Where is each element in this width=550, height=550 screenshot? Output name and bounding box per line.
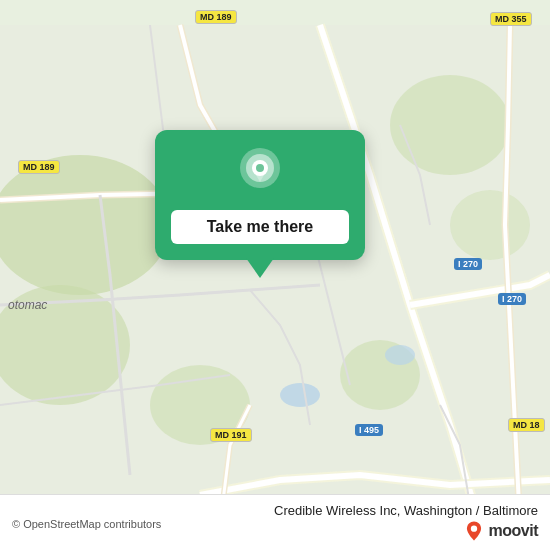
road-label-md355: MD 355 [490, 12, 532, 26]
location-name: Credible Wireless Inc, Washington / Balt… [274, 503, 538, 518]
bottom-bar: © OpenStreetMap contributors Credible Wi… [0, 494, 550, 550]
brand-area: Credible Wireless Inc, Washington / Balt… [274, 503, 538, 542]
svg-point-5 [390, 75, 510, 175]
svg-point-13 [470, 526, 476, 532]
svg-point-6 [450, 190, 530, 260]
road-label-md191: MD 191 [210, 428, 252, 442]
road-label-md18: MD 18 [508, 418, 545, 432]
svg-point-7 [280, 383, 320, 407]
road-label-i495: I 495 [355, 424, 383, 436]
moovit-icon [463, 520, 485, 542]
area-label-potomac: otomac [8, 298, 47, 312]
map-background [0, 0, 550, 550]
moovit-logo[interactable]: moovit [463, 520, 538, 542]
road-label-i270-right2: I 270 [498, 293, 526, 305]
road-label-i270-right: I 270 [454, 258, 482, 270]
svg-point-8 [385, 345, 415, 365]
copyright-symbol: © OpenStreetMap contributors [12, 518, 161, 530]
location-pin-icon [234, 148, 286, 200]
moovit-brand-text: moovit [489, 522, 538, 540]
attribution-text: © OpenStreetMap contributors [12, 514, 161, 532]
map-container: MD 189 MD 355 MD 189 270 I 270 I 270 MD … [0, 0, 550, 550]
take-me-there-button[interactable]: Take me there [171, 210, 349, 244]
road-label-md189-top: MD 189 [195, 10, 237, 24]
road-label-md189-left: MD 189 [18, 160, 60, 174]
location-popup: Take me there [155, 130, 365, 260]
